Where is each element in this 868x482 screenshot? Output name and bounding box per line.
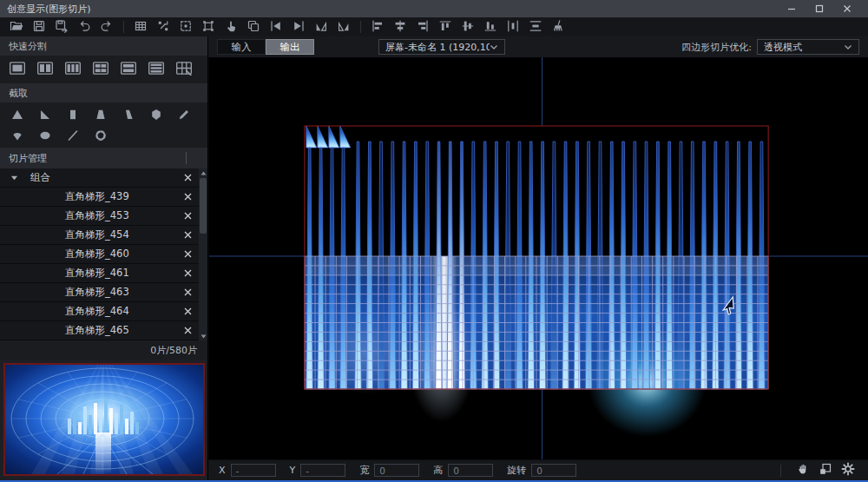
slice-counter: 0片/580片 <box>0 340 207 360</box>
flip-right-button[interactable] <box>287 18 310 36</box>
clear-all-button[interactable] <box>547 18 569 36</box>
mirror-left-button[interactable] <box>310 18 332 36</box>
duplicate-button[interactable] <box>242 18 265 36</box>
x-field[interactable]: - <box>231 464 276 477</box>
redo-button[interactable] <box>95 18 118 36</box>
canvas-area: 输入 输出 屏幕-未命名 1 (1920,1080) 四边形切片优化: 透视模式 <box>208 36 868 480</box>
slice-item-label: 直角梯形_465 <box>10 324 129 337</box>
align-right-button[interactable] <box>411 18 434 36</box>
right-triangle-shape-button[interactable] <box>35 107 56 124</box>
circle-dashed-shape-button[interactable] <box>90 128 111 145</box>
ellipse-shape-button[interactable] <box>35 128 56 145</box>
save-button[interactable] <box>28 18 50 36</box>
slant-quad-shape-button[interactable] <box>118 107 139 124</box>
remove-item-icon[interactable] <box>182 191 194 202</box>
line-shape-button[interactable] <box>62 128 83 145</box>
slice-item-row[interactable]: 直角梯形_465 <box>0 321 199 340</box>
panel-resize-handle[interactable] <box>186 152 187 164</box>
flip-left-button[interactable] <box>265 18 287 36</box>
ellipse-icon <box>38 129 52 145</box>
remove-item-icon[interactable] <box>182 210 194 221</box>
minimize-button[interactable] <box>778 1 806 17</box>
distribute-vertical-button[interactable] <box>524 18 547 36</box>
gear-icon <box>841 462 855 479</box>
height-field[interactable]: 0 <box>448 464 493 477</box>
slice-item-row[interactable]: 直角梯形_454 <box>0 226 199 245</box>
grid-split-button[interactable] <box>129 18 152 36</box>
slice-item-label: 直角梯形_460 <box>10 248 129 261</box>
pan-hand-button[interactable] <box>793 462 812 479</box>
slice-item-row[interactable]: 直角梯形_439 <box>0 188 199 207</box>
right-triangle-icon <box>38 108 52 124</box>
split-grid4-button[interactable] <box>90 61 111 78</box>
optimize-select[interactable]: 透视模式 <box>757 39 859 55</box>
distribute-horizontal-button[interactable] <box>502 18 524 36</box>
preview-thumbnail[interactable] <box>3 363 205 476</box>
undo-icon <box>77 19 91 36</box>
scroll-up-icon[interactable] <box>199 168 207 177</box>
remove-group-icon[interactable] <box>182 172 194 183</box>
undo-button[interactable] <box>73 18 95 36</box>
slice-item-row[interactable]: 直角梯形_460 <box>0 245 199 264</box>
mirror-right-icon <box>337 19 351 36</box>
split-3cols-button[interactable] <box>62 61 83 78</box>
width-field[interactable]: 0 <box>374 464 419 477</box>
remove-item-icon[interactable] <box>182 325 194 336</box>
rotation-field[interactable]: 0 <box>531 464 576 477</box>
split-one-button[interactable] <box>7 61 28 78</box>
scrollbar-thumb[interactable] <box>200 178 207 234</box>
scroll-down-icon[interactable] <box>199 332 207 340</box>
align-middle-button[interactable] <box>457 18 479 36</box>
remove-item-icon[interactable] <box>182 306 194 317</box>
split-custom-button[interactable] <box>174 61 194 78</box>
trapezoid-shape-button[interactable] <box>90 107 111 124</box>
tap-select-button[interactable] <box>220 18 242 36</box>
marquee-select-button[interactable] <box>174 18 197 36</box>
caret-down-icon[interactable] <box>10 172 18 184</box>
section-quick-split: 快速分割 <box>0 36 207 56</box>
align-left-button[interactable] <box>366 18 389 36</box>
gear-button[interactable] <box>838 462 858 479</box>
open-file-button[interactable] <box>5 18 28 36</box>
main-region: 快速分割 截取 切片管理 组合直角梯形_439直角梯形_453直角梯形_454直… <box>0 36 868 480</box>
align-bottom-button[interactable] <box>479 18 502 36</box>
rotation-label: 旋转 <box>507 464 526 477</box>
split-2cols-button[interactable] <box>35 61 56 78</box>
fit-view-button[interactable] <box>816 462 835 479</box>
slant-quad-icon <box>122 108 135 124</box>
split-3rows-button[interactable] <box>146 61 167 78</box>
kite-shape-button[interactable] <box>7 128 28 145</box>
y-field[interactable]: - <box>300 464 345 477</box>
triangle-shape-button[interactable] <box>7 107 28 124</box>
close-button[interactable] <box>833 1 861 17</box>
hexagon-shape-button[interactable] <box>146 107 167 124</box>
remove-item-icon[interactable] <box>182 248 194 260</box>
slice-item-row[interactable]: 直角梯形_461 <box>0 264 199 283</box>
align-center-horizontal-button[interactable] <box>389 18 411 36</box>
slice-group-row[interactable]: 组合 <box>0 168 199 188</box>
free-transform-button[interactable] <box>197 18 220 36</box>
tab-output[interactable]: 输出 <box>266 39 314 55</box>
mirror-right-button[interactable] <box>332 18 355 36</box>
save-as-button[interactable] <box>50 18 73 36</box>
remove-item-icon[interactable] <box>182 287 194 298</box>
slice-item-row[interactable]: 直角梯形_464 <box>0 302 199 321</box>
slice-item-row[interactable]: 直角梯形_453 <box>0 207 199 226</box>
remove-item-icon[interactable] <box>182 267 194 279</box>
slice-management-title: 切片管理 <box>9 152 47 165</box>
split-2rows-button[interactable] <box>118 61 139 78</box>
canvas-viewport[interactable] <box>208 57 868 459</box>
slice-list-scrollbar[interactable] <box>199 168 207 340</box>
rectangle-shape-button[interactable] <box>62 107 83 124</box>
maximize-button[interactable] <box>806 1 833 17</box>
tab-input[interactable]: 输入 <box>217 39 266 55</box>
screen-select[interactable]: 屏幕-未命名 1 (1920,1080) <box>378 39 505 55</box>
align-top-button[interactable] <box>434 18 457 36</box>
node-split-button[interactable] <box>152 18 174 36</box>
slice-item-row[interactable]: 直角梯形_463 <box>0 283 199 302</box>
slice-item-label: 直角梯形_464 <box>10 305 129 318</box>
remove-item-icon[interactable] <box>182 229 194 241</box>
split-custom-icon <box>175 61 193 78</box>
pencil-shape-button[interactable] <box>174 107 194 124</box>
slice-group-label: 组合 <box>30 171 50 184</box>
